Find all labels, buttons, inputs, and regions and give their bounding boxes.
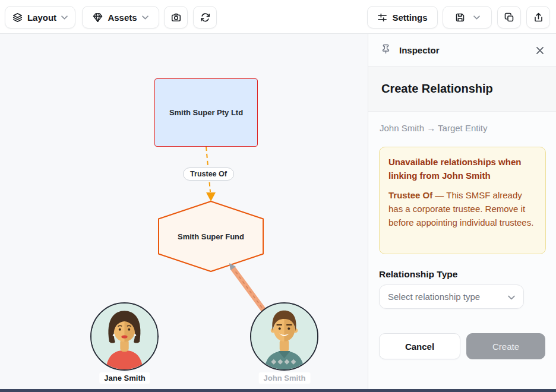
inspector-title: Inspector: [399, 45, 440, 55]
screenshot-button[interactable]: [164, 6, 188, 29]
page-title: Create Relationship: [381, 82, 493, 96]
settings-button[interactable]: Settings: [367, 6, 438, 29]
close-icon[interactable]: [535, 45, 545, 56]
jane-node-label: Jane Smith: [99, 372, 150, 384]
inspector-header: Inspector: [368, 34, 556, 67]
company-node[interactable]: Smith Super Pty Ltd: [154, 78, 258, 147]
select-placeholder: Select relationship type: [388, 292, 508, 302]
diagram-canvas[interactable]: Smith Super Pty Ltd Trustee Of Smith Sup…: [0, 34, 368, 389]
copy-button[interactable]: [497, 6, 521, 29]
camera-icon: [171, 12, 181, 23]
john-avatar-illustration: [251, 304, 317, 369]
layout-button-label: Layout: [27, 12, 56, 23]
chevron-down-icon: [142, 15, 149, 20]
relationship-type-label: Relationship Type: [379, 269, 457, 280]
assets-button[interactable]: Assets: [82, 6, 159, 29]
person-node-john[interactable]: [250, 302, 318, 371]
layout-button[interactable]: Layout: [5, 6, 75, 29]
jane-avatar-illustration: [91, 304, 157, 369]
trustee-edge-arrowhead: [206, 192, 216, 201]
top-toolbar: Layout Assets: [0, 0, 556, 34]
copy-icon: [504, 12, 514, 23]
refresh-icon: [200, 12, 210, 23]
diagram-app: Layout Assets: [0, 0, 556, 392]
save-split-button[interactable]: [443, 6, 492, 29]
pin-icon[interactable]: [381, 44, 391, 56]
warning-body: Trustee Of — This SMSF already has a cor…: [388, 188, 536, 230]
bottom-accent-bar: [0, 389, 556, 392]
person-node-jane[interactable]: [90, 302, 159, 371]
share-icon: [533, 12, 544, 23]
chevron-down-icon: [61, 15, 68, 20]
warning-term: Trustee Of: [388, 190, 432, 200]
gem-icon: [93, 12, 103, 23]
sliders-icon: [377, 12, 387, 23]
settings-button-label: Settings: [392, 12, 427, 23]
create-button[interactable]: Create: [466, 333, 545, 359]
create-button-label: Create: [492, 342, 519, 352]
cancel-button[interactable]: Cancel: [379, 333, 460, 359]
cancel-button-label: Cancel: [405, 342, 434, 352]
john-node-label: John Smith: [259, 372, 311, 384]
relationship-subtitle: John Smith → Target Entity: [380, 123, 487, 133]
trustee-edge-label[interactable]: Trustee Of: [183, 167, 234, 181]
layers-icon: [12, 12, 23, 23]
save-menu-chevron-icon[interactable]: [473, 15, 480, 20]
chevron-down-icon: [508, 292, 515, 302]
fund-node-shape[interactable]: [159, 201, 263, 271]
create-relationship-heading-band: Create Relationship: [368, 67, 556, 112]
warning-callout: Unavailable relationships when linking f…: [379, 147, 546, 254]
save-icon: [455, 12, 465, 23]
company-node-label: Smith Super Pty Ltd: [169, 108, 243, 117]
assets-button-label: Assets: [108, 12, 137, 23]
warning-title: Unavailable relationships when linking f…: [388, 155, 536, 183]
inspector-panel: Inspector Create Relationship John Smith…: [368, 34, 556, 389]
refresh-button[interactable]: [193, 6, 217, 29]
relationship-type-select[interactable]: Select relationship type: [379, 284, 524, 309]
export-button[interactable]: [526, 6, 550, 29]
